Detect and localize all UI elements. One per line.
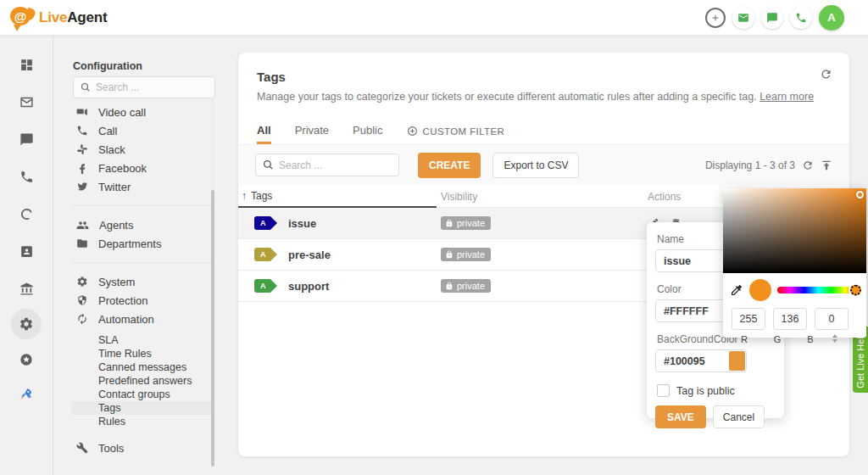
gear-icon: [19, 316, 34, 332]
divider: [73, 205, 212, 206]
config-item-system[interactable]: System: [54, 272, 224, 291]
tab-public[interactable]: Public: [353, 124, 382, 144]
brand-text: LiveAgent: [39, 9, 107, 26]
config-search-input[interactable]: [96, 81, 198, 93]
search-icon: [81, 82, 91, 92]
nav-starred-button[interactable]: [11, 344, 42, 375]
config-item-sla[interactable]: SLA: [54, 333, 212, 347]
cancel-button[interactable]: Cancel: [713, 405, 765, 428]
config-item-time-rules[interactable]: Time Rules: [54, 347, 212, 360]
save-button[interactable]: SAVE: [655, 405, 706, 428]
tag-color-pill: A: [254, 248, 277, 261]
blue-value-input[interactable]: [815, 308, 849, 330]
nav-billing-button[interactable]: [11, 273, 42, 304]
new-chat-button[interactable]: [761, 7, 783, 29]
tag-is-public-checkbox[interactable]: [657, 384, 670, 397]
visibility-badge: private: [441, 248, 491, 261]
tag-name: issue: [288, 217, 316, 230]
nav-lifecycle-button[interactable]: [11, 198, 42, 229]
config-item-canned-messages[interactable]: Canned messages: [54, 360, 212, 374]
call-icon: [76, 125, 88, 137]
blue-label: B: [798, 334, 823, 344]
liveagent-logo[interactable]: @ LiveAgent: [10, 7, 107, 28]
tags-search-input[interactable]: [279, 159, 385, 171]
panel-refresh-button[interactable]: [820, 68, 832, 81]
tags-search-box[interactable]: [255, 154, 399, 176]
liveagent-logo-icon: @: [10, 7, 33, 28]
configuration-panel: Configuration Video call Call Slack Face…: [54, 36, 238, 475]
tab-private[interactable]: Private: [295, 124, 329, 144]
nav-tickets-button[interactable]: [11, 87, 42, 117]
config-item-automation[interactable]: Automation: [54, 310, 224, 328]
tab-custom-filter[interactable]: CUSTOM FILTER: [407, 126, 505, 144]
create-button[interactable]: CREATE: [418, 153, 481, 178]
red-value-input[interactable]: [732, 308, 765, 330]
add-new-button[interactable]: [705, 8, 726, 28]
config-item-tags[interactable]: Tags: [71, 401, 212, 415]
new-call-button[interactable]: [790, 7, 812, 29]
config-item-departments[interactable]: Departments: [54, 234, 224, 253]
eyedropper-icon[interactable]: [730, 283, 743, 297]
tags-toolbar: CREATE Export to CSV Displaying 1 - 3 of…: [238, 145, 849, 185]
tag-is-public-label: Tag is public: [676, 385, 735, 397]
lock-icon: [445, 282, 453, 290]
column-header-visibility[interactable]: Visibility: [437, 191, 644, 203]
red-label: R: [732, 334, 757, 344]
config-item-video-call[interactable]: Video call: [54, 105, 224, 121]
scroll-to-top-icon[interactable]: [821, 159, 832, 171]
page-subtitle: Manage your tags to categorize your tick…: [257, 91, 831, 103]
export-csv-button[interactable]: Export to CSV: [492, 153, 579, 178]
nav-chats-button[interactable]: [11, 124, 42, 154]
current-color-swatch: [749, 279, 771, 301]
config-item-slack[interactable]: Slack: [54, 140, 224, 159]
slack-icon: [76, 143, 88, 155]
config-item-contact-groups[interactable]: Contact groups: [54, 388, 212, 401]
new-email-button[interactable]: [732, 7, 754, 29]
saturation-cursor[interactable]: [856, 191, 864, 198]
saturation-area[interactable]: [723, 188, 866, 273]
lock-icon: [445, 219, 453, 227]
learn-more-link[interactable]: Learn more: [760, 91, 814, 103]
chat-icon: [766, 12, 778, 24]
tab-all[interactable]: All: [257, 124, 271, 144]
email-icon: [737, 12, 749, 24]
column-header-tags[interactable]: ↑Tags: [238, 185, 437, 208]
shield-icon: [76, 294, 88, 306]
visibility-badge: private: [441, 216, 491, 230]
config-item-call[interactable]: Call: [54, 121, 224, 140]
sort-ascending-icon: ↑: [242, 190, 247, 202]
gear-icon: [76, 276, 88, 288]
config-scrollbar[interactable]: [211, 97, 214, 467]
config-menu: Video call Call Slack Facebook Twitter: [54, 105, 224, 475]
nav-contacts-button[interactable]: [11, 236, 42, 266]
user-avatar[interactable]: A: [819, 5, 844, 31]
config-search-box[interactable]: [73, 76, 215, 98]
hue-slider[interactable]: [777, 287, 860, 293]
chat-icon: [19, 132, 34, 147]
divider: [73, 262, 212, 263]
green-value-input[interactable]: [773, 308, 807, 330]
background-color-swatch[interactable]: [729, 351, 745, 371]
color-picker: R G B: [723, 188, 866, 338]
config-item-predefined-answers[interactable]: Predefined answers: [54, 374, 212, 388]
visibility-badge: private: [441, 279, 491, 293]
config-item-twitter[interactable]: Twitter: [54, 177, 224, 196]
mode-toggle-icon[interactable]: [832, 334, 858, 344]
refresh-icon[interactable]: [802, 159, 814, 171]
config-item-protection[interactable]: Protection: [54, 291, 224, 310]
configuration-title: Configuration: [73, 60, 142, 72]
nav-getting-started-button[interactable]: [11, 378, 42, 409]
mail-icon: [19, 95, 34, 109]
nav-calls-button[interactable]: [11, 161, 42, 192]
config-item-rules[interactable]: Rules: [54, 415, 212, 428]
autorenew-icon: [76, 313, 88, 325]
config-item-agents[interactable]: Agents: [54, 215, 224, 234]
nav-dashboard-button[interactable]: [11, 49, 42, 80]
nav-settings-button[interactable]: [11, 309, 42, 339]
config-item-facebook[interactable]: Facebook: [54, 159, 224, 177]
tag-color-pill: A: [254, 216, 277, 230]
config-item-tools[interactable]: Tools: [54, 439, 224, 457]
hue-slider-thumb[interactable]: [850, 285, 861, 296]
lock-icon: [445, 250, 453, 259]
bank-icon: [19, 282, 34, 296]
